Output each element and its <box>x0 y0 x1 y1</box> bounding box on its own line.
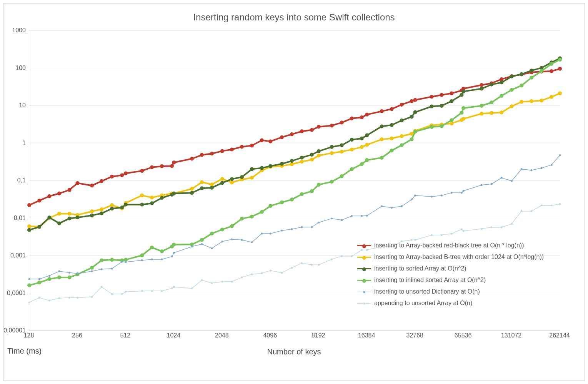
data-marker <box>410 99 414 103</box>
data-marker <box>291 267 293 269</box>
data-marker <box>480 104 483 108</box>
data-marker <box>220 228 224 232</box>
x-tick-label: 512 <box>120 332 131 339</box>
data-marker <box>68 188 72 192</box>
data-marker <box>90 214 94 217</box>
data-marker <box>350 167 354 171</box>
data-marker <box>440 124 443 128</box>
data-marker <box>365 143 369 147</box>
data-marker <box>101 268 103 270</box>
data-marker <box>310 158 314 162</box>
data-marker <box>100 211 103 215</box>
data-marker <box>161 258 163 260</box>
data-marker <box>531 210 533 212</box>
data-marker <box>200 180 204 184</box>
x-tick-label: 1024 <box>167 332 181 339</box>
data-marker <box>47 194 51 198</box>
x-tick-label: 262144 <box>549 332 570 339</box>
data-marker <box>330 151 334 155</box>
data-marker <box>231 280 233 282</box>
data-marker <box>463 230 465 232</box>
data-marker <box>230 177 234 181</box>
data-marker <box>301 262 303 264</box>
data-marker <box>110 258 114 262</box>
data-marker <box>111 268 113 270</box>
data-marker <box>311 264 313 266</box>
data-marker <box>210 186 214 190</box>
data-marker <box>461 117 465 121</box>
data-marker <box>361 215 363 217</box>
data-marker <box>121 293 123 295</box>
data-marker <box>500 94 503 98</box>
data-marker <box>340 174 344 178</box>
data-marker <box>410 115 414 119</box>
data-marker <box>151 258 153 260</box>
data-marker <box>27 224 31 228</box>
data-marker <box>240 175 244 179</box>
data-marker <box>491 226 493 228</box>
data-marker <box>540 69 543 73</box>
data-marker <box>268 204 272 208</box>
data-marker <box>491 183 493 185</box>
data-marker <box>111 293 113 295</box>
data-marker <box>172 243 176 247</box>
data-marker <box>430 105 433 109</box>
data-marker <box>37 199 41 202</box>
data-marker <box>310 189 314 193</box>
data-marker <box>413 130 417 134</box>
data-marker <box>340 143 344 147</box>
data-marker <box>68 217 72 220</box>
data-marker <box>551 205 553 207</box>
legend-label: inserting to sorted Array at O(n^2) <box>374 263 466 274</box>
legend-label: appending to unsorted Array at O(n) <box>374 297 472 309</box>
data-marker <box>110 207 114 210</box>
data-marker <box>90 184 94 187</box>
data-marker <box>280 162 284 166</box>
y-tick-label: 10 <box>3 102 26 109</box>
data-marker <box>531 169 533 171</box>
data-marker <box>221 280 223 282</box>
data-marker <box>451 233 453 235</box>
data-marker <box>90 209 94 213</box>
data-marker <box>171 287 173 289</box>
data-marker <box>172 160 176 164</box>
data-marker <box>160 249 164 253</box>
data-marker <box>220 181 224 185</box>
data-marker <box>330 124 334 127</box>
legend: inserting to Array-backed red-black tree… <box>357 240 544 309</box>
data-marker <box>520 83 523 87</box>
legend-swatch <box>357 292 371 292</box>
data-marker <box>330 180 334 184</box>
data-marker <box>290 198 294 202</box>
data-marker <box>140 203 144 207</box>
data-marker <box>480 87 483 90</box>
data-marker <box>541 205 543 207</box>
data-marker <box>251 274 253 275</box>
data-marker <box>68 212 72 215</box>
legend-item: appending to unsorted Array at O(n) <box>357 297 544 309</box>
y-tick-label: 0,00001 <box>3 327 26 334</box>
data-marker <box>68 297 70 299</box>
data-marker <box>141 259 143 261</box>
data-marker <box>191 245 193 247</box>
data-marker <box>260 166 264 170</box>
data-marker <box>351 255 353 257</box>
x-tick-label: 131072 <box>501 332 521 339</box>
data-marker <box>500 110 503 114</box>
data-marker <box>57 221 61 225</box>
data-marker <box>520 100 523 104</box>
data-marker <box>38 278 40 280</box>
data-marker <box>551 164 553 166</box>
data-marker <box>261 272 263 274</box>
data-marker <box>290 159 294 163</box>
data-marker <box>230 148 234 152</box>
data-marker <box>510 104 514 108</box>
data-marker <box>559 154 561 156</box>
data-marker <box>150 201 154 205</box>
data-marker <box>510 75 514 78</box>
y-tick-label: 1 <box>3 140 26 147</box>
data-marker <box>250 215 254 219</box>
legend-label: inserting to unsorted Dictionary at O(n) <box>374 286 480 297</box>
legend-label: inserting to Array-backed red-black tree… <box>374 240 524 251</box>
data-marker <box>311 226 313 228</box>
